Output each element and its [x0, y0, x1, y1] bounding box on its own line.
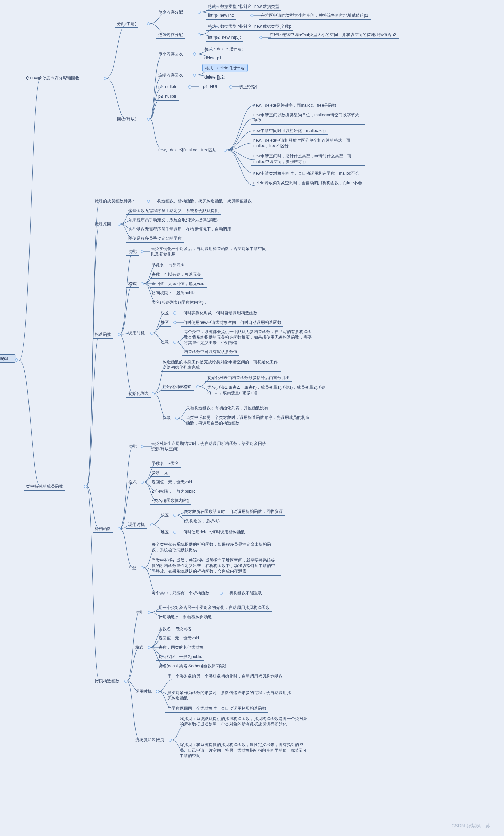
- leaf[interactable]: 类名(形参列表) {函数体内容}；: [150, 298, 210, 306]
- node-free[interactable]: 回收(释放): [115, 115, 138, 123]
- leaf[interactable]: 返回值：无，也无void: [156, 634, 201, 642]
- leaf[interactable]: 用一个类对象给另一个类对象初始化，自动调用拷贝构造函数: [156, 604, 272, 612]
- expand-pip[interactable]: [150, 523, 153, 526]
- leaf[interactable]: 只有构造函数才有初始化列表，其他函数没有: [184, 404, 270, 412]
- expand-pip[interactable]: [224, 149, 227, 152]
- leaf[interactable]: 参数：可以有参，可以无参: [150, 271, 203, 279]
- expand-pip[interactable]: [147, 200, 150, 203]
- leaf[interactable]: 何时使用new申请类对象空间，何时自动调用构造函数: [181, 319, 283, 327]
- leaf[interactable]: 构造函数中可以有默认参数值: [182, 348, 239, 356]
- node-ctor-when[interactable]: 调用时机: [126, 329, 147, 337]
- node-alloc[interactable]: 分配(申请): [115, 20, 138, 28]
- leaf[interactable]: 在堆区连续申请5个int类型大小的空间，并将该空间的首地址赋值给p2: [268, 31, 399, 39]
- node-reason[interactable]: 特殊原因: [93, 220, 113, 228]
- node-dtor-fmt[interactable]: 格式: [126, 478, 139, 486]
- expand-pip[interactable]: [250, 14, 254, 17]
- expand-pip[interactable]: [141, 282, 144, 285]
- node-kinds[interactable]: 特殊的成员函数种类：: [93, 197, 138, 205]
- expand-pip[interactable]: [118, 333, 121, 336]
- expand-pip[interactable]: [104, 77, 107, 80]
- leaf[interactable]: 类名(const 类名 &other){函数体内容;}: [156, 662, 228, 670]
- leaf[interactable]: 函数名：与类同名: [156, 625, 194, 633]
- leaf[interactable]: 这些函数无需程序员手动定义，系统都会默认提供: [126, 207, 221, 215]
- node-stack[interactable]: 栈区: [159, 511, 171, 519]
- leaf[interactable]: 格式：delete 指针名;: [202, 45, 245, 53]
- leaf[interactable]: 类对象所在函数结束时，自动调用析构函数，回收资源: [182, 508, 285, 516]
- leaf[interactable]: 当函数返回同一个类对象时，会自动调用拷贝构造函数: [165, 705, 268, 713]
- leaf[interactable]: new、delete是关键字，而malloc、free是函数: [251, 102, 338, 109]
- node-cpp-mem[interactable]: C++中的动态内存分配和回收: [24, 74, 81, 82]
- node-free-single[interactable]: 单个内存回收: [156, 50, 185, 58]
- expand-pip[interactable]: [148, 611, 151, 614]
- node-cctor[interactable]: 拷贝构造函数: [93, 677, 121, 685]
- leaf[interactable]: 用一个类对象给另一个类对象初始化时，自动调用拷贝构造函数: [165, 672, 290, 680]
- leaf[interactable]: 返回值：无返回值，也无void: [150, 280, 207, 288]
- leaf[interactable]: 浅拷贝：系统默认提供的拷贝构造函数，拷贝构造函数是将一个类对象的所有数据成员给另…: [178, 715, 312, 728]
- leaf[interactable]: 当类对象生命周期结束时，会自动调用析构函数，给类对象回收资源(释放空间): [149, 440, 270, 453]
- leaf-code[interactable]: delete p1;: [202, 54, 225, 62]
- node-note[interactable]: 注意: [159, 338, 171, 346]
- expand-pip[interactable]: [118, 223, 121, 226]
- expand-pip[interactable]: [229, 85, 232, 89]
- node-diff[interactable]: new、delete和malloc、free区别: [156, 146, 219, 154]
- leaf-code[interactable]: int *p=new int;: [206, 12, 236, 20]
- leaf[interactable]: 这些函数无需程序员手动调用，在特定情况下，自动调用: [126, 225, 233, 233]
- leaf[interactable]: 返回值：无，也无void: [150, 478, 194, 486]
- expand-pip[interactable]: [148, 646, 151, 649]
- expand-pip[interactable]: [220, 592, 223, 595]
- leaf-code[interactable]: p2=nullptr;: [156, 93, 179, 101]
- leaf[interactable]: 访问权限：一般为public: [150, 289, 197, 297]
- node-ctor-fn[interactable]: 功能: [126, 248, 139, 256]
- node-cctor-when[interactable]: 调用时机: [133, 687, 154, 695]
- expand-pip[interactable]: [141, 445, 144, 448]
- expand-pip[interactable]: [188, 85, 191, 89]
- expand-pip[interactable]: [173, 341, 176, 344]
- leaf[interactable]: 当类实例化一个对象后，自动调用构造函数，给类对象申请空间以及初始化用: [149, 245, 270, 258]
- root-node[interactable]: day3: [0, 354, 16, 363]
- node-dtor-fn[interactable]: 功能: [126, 443, 139, 450]
- node-note[interactable]: 注意: [126, 564, 139, 572]
- leaf[interactable]: 函数名：与类同名: [150, 261, 187, 269]
- node-free-cont[interactable]: 连续内存回收: [156, 71, 185, 79]
- leaf[interactable]: 初始化列表由构造函数形参括号后由冒号引出: [205, 374, 292, 382]
- expand-pip[interactable]: [124, 680, 127, 683]
- node-dtor-when[interactable]: 调用时机: [126, 521, 147, 529]
- node-cctor-sd[interactable]: 浅拷贝和深拷贝: [133, 736, 166, 744]
- node-dtor[interactable]: 析构函数: [93, 525, 113, 533]
- leaf-highlight[interactable]: 格式：delete []指针名;: [202, 64, 248, 72]
- leaf[interactable]: new申请空间时，指针什么类型，申请时什么类型，而malloc申请空间，要强转才…: [251, 152, 365, 166]
- leaf[interactable]: 每个类中，只能有一个析构函数: [150, 589, 211, 597]
- leaf[interactable]: (先构造的，后析构): [182, 517, 222, 525]
- expand-pip[interactable]: [259, 36, 262, 39]
- expand-pip[interactable]: [193, 74, 196, 77]
- leaf[interactable]: ==p1=NULL: [196, 83, 223, 91]
- expand-pip[interactable]: [84, 485, 87, 488]
- expand-pip[interactable]: [173, 531, 176, 534]
- node-special-members[interactable]: 类中特殊的成员函数: [24, 483, 65, 491]
- node-note[interactable]: 注意: [161, 414, 173, 422]
- node-alloc-single[interactable]: 单个内存分配: [156, 8, 185, 16]
- leaf[interactable]: 每个类中，系统都会提供一个默认无参构造函数，自己写的有参构造函数会将系统提供的无…: [182, 328, 316, 347]
- expand-pip[interactable]: [173, 311, 176, 315]
- leaf[interactable]: 函数名：~类名: [150, 460, 181, 468]
- leaf[interactable]: 当类对象作为函数的形参时，参数传递给形参的过程，会自动调用拷贝构造函数: [165, 689, 296, 702]
- node-ctor-init[interactable]: 初始化列表: [126, 390, 151, 398]
- leaf-code[interactable]: delete []p2;: [202, 73, 227, 81]
- expand-pip[interactable]: [118, 527, 121, 530]
- leaf[interactable]: new、delete申请和释放时区分单个和连续的格式，而malloc、free不…: [251, 137, 365, 150]
- leaf[interactable]: 何时实例化对象，何时自动调用构造函数: [181, 309, 259, 317]
- expand-pip[interactable]: [147, 22, 150, 25]
- leaf[interactable]: 构造函数的本身工作是完成给类对象申请空间的，而初始化工作交给初始化列表完成: [161, 358, 281, 372]
- leaf[interactable]: 析构函数不能重载: [227, 589, 264, 597]
- leaf[interactable]: 防止野指针: [237, 83, 261, 91]
- leaf[interactable]: ~类名(){函数体内容;}: [150, 497, 191, 505]
- leaf[interactable]: 当类中有指针成员，并该指针成员指向了堆区空间，就需要将系统提供的析构函数显性定义…: [150, 556, 281, 576]
- node-ctor[interactable]: 构造函数: [93, 331, 113, 339]
- leaf[interactable]: 访问权限：一般为public: [156, 653, 204, 661]
- expand-pip[interactable]: [173, 321, 176, 324]
- leaf[interactable]: 参数：同类的其他类对象: [156, 644, 206, 651]
- node-stack[interactable]: 栈区: [159, 309, 171, 317]
- expand-pip[interactable]: [150, 332, 153, 335]
- leaf[interactable]: 参数：无: [150, 469, 170, 477]
- leaf[interactable]: 每个类中都有系统提供的析构函数，如果程序员显性定义出析构函数，系统会取消默认提供: [150, 541, 281, 554]
